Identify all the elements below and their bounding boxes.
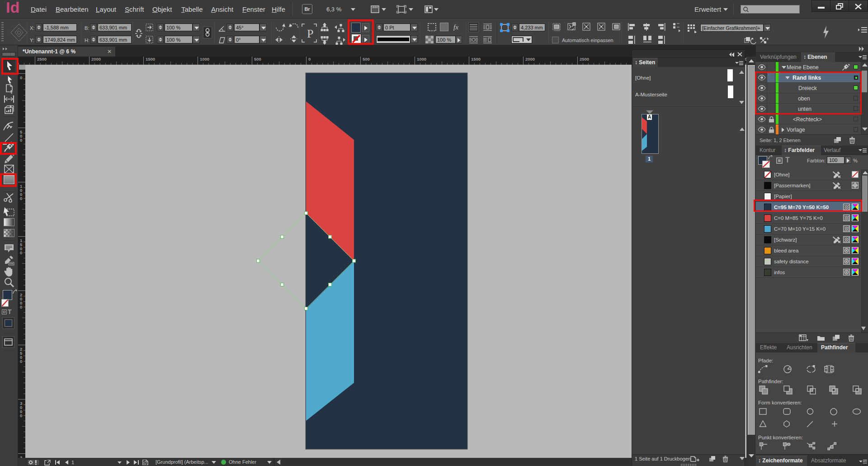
svg-text:1500: 1500 bbox=[146, 57, 155, 62]
svg-text:2500: 2500 bbox=[37, 57, 47, 62]
svg-text:2000: 2000 bbox=[91, 57, 101, 62]
svg-text:P: P bbox=[307, 27, 313, 40]
svg-text:2000: 2000 bbox=[525, 57, 535, 62]
svg-text:1000: 1000 bbox=[200, 57, 209, 62]
svg-text:0: 0 bbox=[20, 304, 22, 309]
svg-text:0: 0 bbox=[20, 413, 22, 418]
svg-text:1500: 1500 bbox=[471, 57, 481, 62]
svg-text:0: 0 bbox=[20, 138, 22, 143]
svg-text:2500: 2500 bbox=[580, 57, 589, 62]
svg-text:0: 0 bbox=[20, 250, 22, 255]
svg-text:500: 500 bbox=[363, 57, 370, 62]
svg-text:1: 1 bbox=[71, 460, 74, 465]
svg-text:0: 0 bbox=[20, 359, 22, 364]
svg-text:500: 500 bbox=[254, 57, 261, 62]
svg-text:1000: 1000 bbox=[417, 57, 426, 62]
svg-text:0: 0 bbox=[20, 196, 22, 201]
svg-text:0: 0 bbox=[308, 57, 311, 62]
svg-text:0: 0 bbox=[20, 75, 22, 80]
